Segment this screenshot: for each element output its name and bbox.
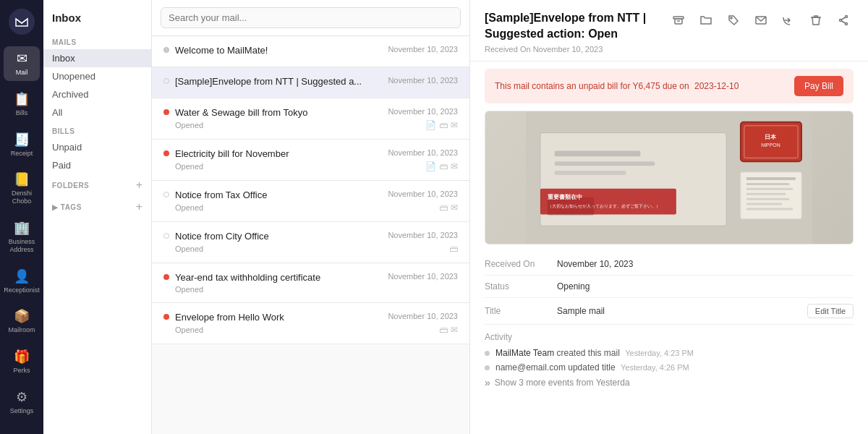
mail-subject: [Sample]Envelope from NTT | Suggested a.… <box>175 76 382 87</box>
bill-due-date: 2023-12-10 <box>694 81 739 91</box>
denshi-chobo-icon: 📒 <box>14 171 30 187</box>
mails-section-label: MAILS <box>43 33 151 49</box>
email-icon: ✉ <box>451 325 458 335</box>
archive-button[interactable] <box>668 10 689 30</box>
mail-status: Opened <box>175 285 203 294</box>
nav-item-settings[interactable]: ⚙ Settings <box>4 385 40 420</box>
mail-subject: Envelope from Hello Work <box>175 312 382 323</box>
settings-icon: ⚙ <box>16 389 27 405</box>
sidebar-item-archived[interactable]: Archived <box>43 85 151 103</box>
bill-banner: This mail contains an unpaid bill for Y6… <box>485 69 854 103</box>
bill-dot <box>163 109 169 115</box>
activity-item-1: MailMate Team created this mail Yesterda… <box>485 348 854 358</box>
folder-icon: 🗃 <box>439 325 448 335</box>
svg-rect-17 <box>555 150 641 156</box>
mail-date: November 10, 2023 <box>388 148 458 157</box>
mail-status: Opened <box>175 121 203 129</box>
edit-title-button[interactable]: Edit Title <box>807 304 854 318</box>
left-navigation: ✉ Mail 📋 Bills 🧾 Receipt 📒 DenshiChobo 🏢… <box>0 0 43 434</box>
tags-row[interactable]: ▶ TAGS + <box>43 196 151 218</box>
receipt-icon: 🧾 <box>14 132 30 148</box>
bill-dot <box>163 314 169 320</box>
mail-item-hellowork[interactable]: Envelope from Hello Work November 10, 20… <box>152 303 469 344</box>
title-row: Title Sample mail Edit Title <box>485 298 854 325</box>
svg-rect-29 <box>746 177 796 180</box>
business-address-label: BusinessAddress <box>9 238 35 254</box>
read-dot <box>163 233 169 239</box>
attachment-icon: 📄 <box>425 120 436 130</box>
search-input[interactable] <box>161 7 461 28</box>
email-button[interactable] <box>751 10 771 30</box>
nav-item-denshi-chobo[interactable]: 📒 DenshiChobo <box>4 167 40 210</box>
nav-item-bills[interactable]: 📋 Bills <box>4 87 40 122</box>
mail-item-ntt[interactable]: [Sample]Envelope from NTT | Suggested a.… <box>152 67 469 98</box>
read-dot <box>163 78 169 84</box>
nav-item-mail[interactable]: ✉ Mail <box>4 46 40 81</box>
nav-item-receptionist[interactable]: 👤 Receptionist <box>4 264 40 299</box>
forward-button[interactable] <box>778 10 799 30</box>
svg-rect-35 <box>746 208 793 210</box>
detail-title-block: [Sample]Envelope from NTT | Suggested ac… <box>485 10 660 54</box>
show-more-activity[interactable]: » Show 3 more events from Yesterda <box>485 377 854 388</box>
sidebar-title: Inbox <box>43 12 151 33</box>
folder-button[interactable] <box>696 10 716 30</box>
nav-item-mailroom[interactable]: 📦 Mailroom <box>4 304 40 339</box>
mail-item-tax[interactable]: Notice from Tax Office November 10, 2023… <box>152 181 469 222</box>
add-folder-button[interactable]: + <box>136 179 142 192</box>
pay-bill-button[interactable]: Pay Bill <box>794 76 843 96</box>
bills-icon: 📋 <box>14 91 30 107</box>
svg-text:（大切なお知らせが入っております。必ずご覧下さい。）: （大切なお知らせが入っております。必ずご覧下さい。） <box>548 203 660 208</box>
mail-icon: ✉ <box>17 51 27 67</box>
trash-button[interactable] <box>806 10 826 30</box>
bill-dot <box>163 150 169 156</box>
share-button[interactable] <box>833 10 854 30</box>
folder-icon: 🗃 <box>449 244 458 254</box>
nav-item-business-address[interactable]: 🏢 BusinessAddress <box>4 216 40 258</box>
mail-subject: Welcome to MailMate! <box>175 45 382 56</box>
nav-item-perks[interactable]: 🎁 Perks <box>4 344 40 379</box>
mail-date: November 10, 2023 <box>388 107 458 116</box>
activity-label: Activity <box>485 332 854 342</box>
mail-item-water[interactable]: Water & Sewage bill from Tokyo November … <box>152 98 469 140</box>
svg-text:重要書類在中: 重要書類在中 <box>548 192 582 200</box>
mailroom-icon: 📦 <box>14 308 30 324</box>
folders-row[interactable]: FOLDERS + <box>43 174 151 196</box>
mail-date: November 10, 2023 <box>388 231 458 239</box>
bill-dot <box>163 274 169 280</box>
mail-date: November 10, 2023 <box>388 76 458 85</box>
sidebar: Inbox MAILS Inbox Unopened Archived All … <box>43 0 152 434</box>
svg-rect-33 <box>746 197 789 200</box>
mail-item-city[interactable]: Notice from City Office November 10, 202… <box>152 222 469 263</box>
sidebar-item-unpaid[interactable]: Unpaid <box>43 138 151 156</box>
attachment-icon: 📄 <box>425 161 436 171</box>
email-icon: ✉ <box>451 203 458 213</box>
sidebar-item-unopened[interactable]: Unopened <box>43 67 151 85</box>
activity-dot <box>485 351 490 356</box>
svg-text:NIPPON: NIPPON <box>761 142 780 148</box>
mail-item-welcome[interactable]: Welcome to MailMate! November 10, 2023 <box>152 36 469 67</box>
unread-dot <box>163 47 169 53</box>
svg-text:日本: 日本 <box>765 133 777 140</box>
svg-point-10 <box>846 16 848 18</box>
sidebar-item-paid[interactable]: Paid <box>43 156 151 174</box>
add-tag-button[interactable]: + <box>136 200 142 213</box>
mail-item-electricity[interactable]: Electricity bill for November November 1… <box>152 140 469 181</box>
svg-rect-18 <box>555 161 655 166</box>
mail-date: November 10, 2023 <box>388 272 458 281</box>
status-row: Status Opening <box>485 276 854 298</box>
mail-list: Welcome to MailMate! November 10, 2023 [… <box>152 0 470 434</box>
receptionist-icon: 👤 <box>14 268 30 284</box>
tag-button[interactable] <box>723 10 744 30</box>
email-icon: ✉ <box>451 161 458 171</box>
mail-item-yearend[interactable]: Year-end tax withholding certificate Nov… <box>152 263 469 303</box>
svg-point-0 <box>9 9 35 35</box>
detail-toolbar <box>668 10 854 30</box>
business-address-icon: 🏢 <box>14 220 30 236</box>
sidebar-item-all[interactable]: All <box>43 103 151 122</box>
nav-item-receipt[interactable]: 🧾 Receipt <box>4 127 40 162</box>
svg-rect-19 <box>555 171 626 175</box>
activity-dot <box>485 365 490 370</box>
denshi-chobo-label: DenshiChobo <box>12 190 32 205</box>
search-area <box>152 0 469 36</box>
sidebar-item-inbox[interactable]: Inbox <box>43 49 151 67</box>
